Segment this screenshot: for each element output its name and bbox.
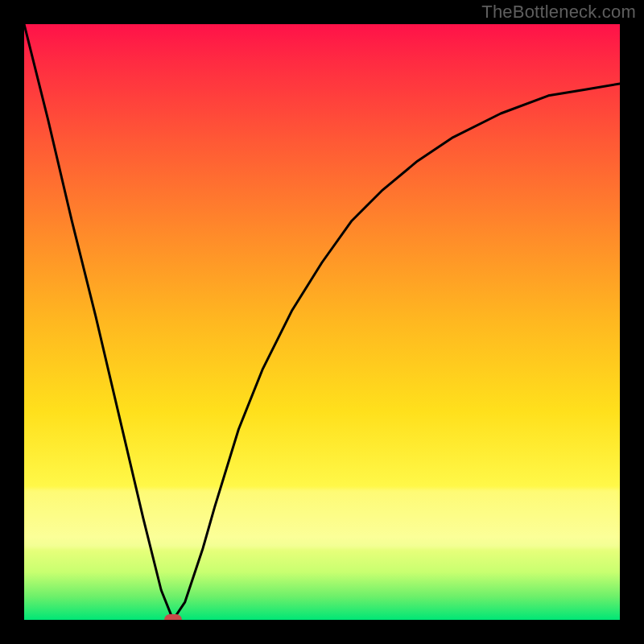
- plot-area: [24, 24, 620, 620]
- bottleneck-curve: [24, 24, 620, 620]
- watermark-text: TheBottleneck.com: [481, 2, 636, 23]
- optimal-point-marker: [164, 614, 182, 620]
- chart-frame: TheBottleneck.com: [0, 0, 644, 644]
